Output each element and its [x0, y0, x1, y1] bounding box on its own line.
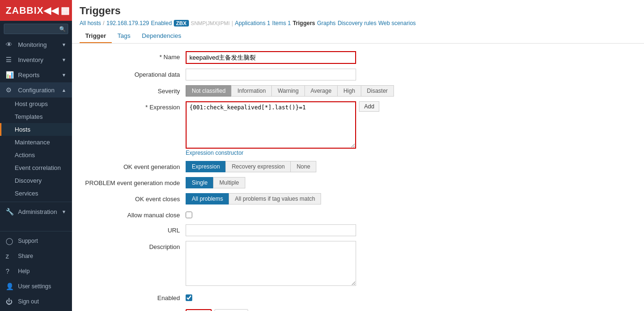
sidebar-item-share[interactable]: z Share — [0, 249, 72, 264]
sidebar-item-configuration[interactable]: ⚙ Configuration ▲ — [0, 82, 72, 98]
ok-closes-all[interactable]: All problems — [186, 193, 229, 204]
breadcrumb-discovery[interactable]: Discovery rules — [338, 20, 376, 27]
description-textarea[interactable] — [186, 241, 356, 286]
ok-event-recovery[interactable]: Recovery expression — [225, 161, 290, 172]
expression-constructor-link[interactable]: Expression constructor — [186, 150, 635, 156]
actions-spacer — [81, 307, 186, 310]
collapse-icon[interactable]: ◀◀ — [44, 5, 59, 16]
ok-event-expression[interactable]: Expression — [186, 161, 225, 172]
sidebar-item-reports[interactable]: 📊 Reports ▼ — [0, 67, 72, 82]
sev-disaster[interactable]: Disaster — [361, 85, 394, 97]
sidebar-item-administration[interactable]: 🔧 Administration ▼ — [0, 204, 72, 219]
sidebar-item-help[interactable]: ? Help — [0, 264, 72, 279]
sidebar-item-monitoring[interactable]: 👁 Monitoring ▼ — [0, 37, 72, 52]
expression-area: {001:check_keepalived[*].last()}=1 Add — [186, 101, 635, 149]
ok-closes-toggle: All problems All problems if tag values … — [186, 193, 635, 204]
ok-event-toggle: Expression Recovery expression None — [186, 161, 635, 172]
description-control — [186, 241, 635, 287]
sidebar-item-services[interactable]: Services — [0, 187, 72, 200]
ok-event-control: Expression Recovery expression None — [186, 161, 635, 172]
tab-tags[interactable]: Tags — [112, 29, 136, 43]
sidebar-item-label: Monitoring — [18, 41, 47, 48]
sidebar-item-inventory[interactable]: ☰ Inventory ▼ — [0, 52, 72, 67]
form-row-enabled: Enabled — [81, 292, 635, 302]
search-icon: 🔍 — [59, 26, 66, 32]
sev-average[interactable]: Average — [304, 85, 337, 97]
enabled-status: Enabled — [151, 20, 172, 27]
sidebar-sub-label: Discovery — [15, 177, 42, 184]
cancel-button[interactable]: Cancel — [215, 309, 248, 311]
form-row-ok-event: OK event generation Expression Recovery … — [81, 161, 635, 172]
breadcrumb-triggers[interactable]: Triggers — [293, 20, 315, 27]
description-label: Description — [81, 241, 186, 250]
search-input[interactable] — [4, 24, 68, 34]
problem-event-multiple[interactable]: Multiple — [213, 177, 245, 188]
problem-event-label: PROBLEM event generation mode — [81, 177, 186, 187]
help-icon: ? — [6, 267, 14, 275]
expression-control: {001:check_keepalived[*].last()}=1 Add E… — [186, 101, 635, 156]
sev-high[interactable]: High — [337, 85, 361, 97]
ok-closes-control: All problems All problems if tag values … — [186, 193, 635, 204]
manual-close-label: Allow manual close — [81, 209, 186, 219]
form-actions: Add Cancel — [186, 309, 635, 311]
host-tabs: Trigger Tags Dependencies — [80, 29, 636, 43]
sidebar-item-templates[interactable]: Templates — [0, 110, 72, 123]
name-input[interactable] — [186, 51, 356, 64]
sidebar-item-hosts[interactable]: Hosts — [0, 123, 72, 136]
sidebar-item-discovery[interactable]: Discovery — [0, 174, 72, 187]
sidebar-item-label: Reports — [18, 71, 40, 79]
sidebar-item-user-settings[interactable]: 👤 User settings — [0, 279, 72, 294]
sidebar-item-label: User settings — [18, 283, 51, 290]
sidebar-sub-label: Services — [15, 190, 38, 197]
ok-event-none[interactable]: None — [290, 161, 316, 172]
problem-event-control: Single Multiple — [186, 177, 635, 188]
breadcrumb-all-hosts[interactable]: All hosts — [80, 20, 101, 27]
breadcrumb-items[interactable]: Items 1 — [272, 20, 291, 27]
chevron-down-icon: ▼ — [62, 57, 66, 62]
sidebar-item-actions[interactable]: Actions — [0, 149, 72, 161]
tab-trigger[interactable]: Trigger — [80, 29, 112, 43]
logo-icons: ◀◀ ▦ — [44, 5, 70, 16]
form-row-operational: Operational data — [81, 69, 635, 80]
menu-icon[interactable]: ▦ — [61, 5, 70, 16]
operational-input[interactable] — [186, 69, 356, 80]
sidebar-sub-label: Hosts — [15, 126, 30, 133]
sev-warning[interactable]: Warning — [271, 85, 304, 97]
manual-close-checkbox[interactable] — [186, 212, 192, 218]
breadcrumb-host[interactable]: 192.168.179.129 — [107, 20, 149, 27]
expression-textarea[interactable]: {001:check_keepalived[*].last()}=1 — [186, 101, 356, 149]
sidebar-item-label: Support — [18, 238, 38, 244]
ok-closes-label: OK event closes — [81, 193, 186, 203]
signout-icon: ⏻ — [6, 298, 14, 305]
form-area: * Name Operational data Severity Not cla… — [72, 44, 644, 311]
sidebar-item-sign-out[interactable]: ⏻ Sign out — [0, 294, 72, 309]
sidebar-item-support[interactable]: ◯ Support — [0, 233, 72, 249]
sidebar-item-label: Inventory — [18, 56, 43, 63]
manual-close-control — [186, 209, 635, 220]
sev-not-classified[interactable]: Not classified — [186, 85, 231, 97]
tab-dependencies[interactable]: Dependencies — [136, 29, 187, 43]
ok-event-label: OK event generation — [81, 161, 186, 170]
operational-control — [186, 69, 635, 80]
sidebar-item-host-groups[interactable]: Host groups — [0, 98, 72, 110]
severity-label: Severity — [81, 85, 186, 95]
sidebar-item-maintenance[interactable]: Maintenance — [0, 136, 72, 149]
ok-closes-tag[interactable]: All problems if tag values match — [229, 193, 321, 204]
problem-event-single[interactable]: Single — [186, 177, 213, 188]
expression-add-button[interactable]: Add — [359, 101, 379, 112]
url-input[interactable] — [186, 224, 356, 236]
breadcrumb-graphs[interactable]: Graphs — [317, 20, 336, 27]
breadcrumb-applications[interactable]: Applications 1 — [235, 20, 270, 27]
logo-text: ZABBIX — [6, 5, 44, 16]
url-label: URL — [81, 224, 186, 234]
sev-information[interactable]: Information — [231, 85, 271, 97]
breadcrumb-web[interactable]: Web scenarios — [378, 20, 416, 27]
sidebar-item-label: Share — [18, 253, 33, 259]
add-button[interactable]: Add — [186, 309, 212, 311]
enabled-checkbox[interactable] — [186, 294, 192, 301]
sidebar-item-event-correlation[interactable]: Event correlation — [0, 161, 72, 174]
configuration-icon: ⚙ — [6, 86, 14, 94]
form-row-name: * Name — [81, 51, 635, 64]
logo-area: ZABBIX ◀◀ ▦ — [0, 0, 72, 21]
name-control — [186, 51, 635, 64]
